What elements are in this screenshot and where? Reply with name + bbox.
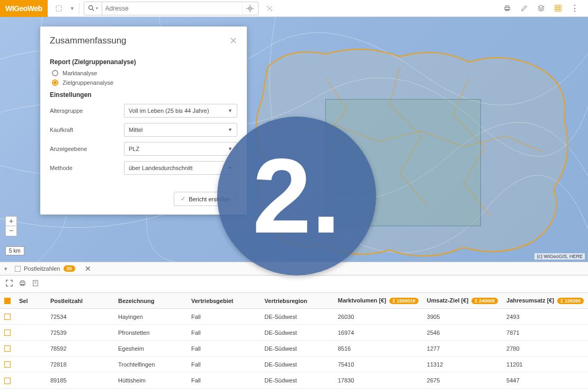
th-plz[interactable]: Postleitzahl <box>46 293 114 309</box>
altersgruppe-dropdown[interactable]: Voll im Leben (25 bis 44 Jahre)▼ <box>124 104 237 118</box>
edit-icon <box>520 4 528 12</box>
cell-marktvolumen: 75410 <box>334 357 423 372</box>
create-report-button[interactable]: ✓ Bericht erstellen <box>174 192 237 206</box>
radio-marktanalyse-label: Marktanalyse <box>63 70 97 76</box>
th-sel[interactable]: Sel <box>15 293 46 309</box>
radio-zielgruppenanalyse[interactable] <box>52 79 58 86</box>
locate-button[interactable] <box>242 2 258 15</box>
print-icon <box>19 279 26 287</box>
summary-panel: Zusammenfassung ✕ Report (Zielgruppenana… <box>40 26 247 215</box>
print-table-button[interactable] <box>19 279 26 289</box>
cell-vertriebsgebiet: Fall <box>187 372 260 388</box>
tab-checkbox[interactable] <box>15 266 21 272</box>
methode-dropdown[interactable]: über Landesdurchschnitt▼ <box>124 161 237 175</box>
layers-icon <box>537 4 545 12</box>
cell-umsatzziel: 11312 <box>423 357 502 372</box>
th-jahresumsatz[interactable]: Jahresumsatz [€] Σ 128260 <box>502 293 588 309</box>
collapse-tabs-button[interactable]: ▾ <box>4 265 7 272</box>
cell-jahresumsatz: 7871 <box>502 325 588 341</box>
radio-marktanalyse[interactable] <box>52 70 58 76</box>
row-checkbox[interactable] <box>4 361 11 368</box>
zoom-control: + − <box>5 216 17 236</box>
cell-umsatzziel: 2662 <box>423 388 502 392</box>
table-row[interactable]: 72539PfronstettenFallDE-Südwest169742546… <box>0 325 588 341</box>
tab-label: Postleitzahlen <box>24 265 60 272</box>
th-marktvolumen[interactable]: Marktvolumen [€] Σ 1500019 <box>334 293 423 309</box>
select-tool-button[interactable] <box>52 2 66 15</box>
row-checkbox[interactable] <box>4 329 11 336</box>
zoom-in-button[interactable]: + <box>6 217 16 226</box>
svg-rect-12 <box>555 5 560 11</box>
caret-icon: ▼ <box>228 127 233 132</box>
close-panel-button[interactable]: ✕ <box>229 35 237 47</box>
svg-line-2 <box>92 9 94 11</box>
cell-vertriebsregion: DE-Südwest <box>260 341 333 357</box>
cell-plz: 72534 <box>46 309 114 325</box>
search-icon <box>88 5 95 12</box>
th-umsatzziel[interactable]: Umsatz-Ziel [€] Σ 240005 <box>423 293 502 309</box>
cell-umsatzziel: 3905 <box>423 309 502 325</box>
kaufkraft-value: Mittel <box>129 127 142 133</box>
th-vertriebsgebiet[interactable]: Vertriebsgebiet <box>187 293 260 309</box>
anzeigeebene-dropdown[interactable]: PLZ▼ <box>124 142 237 156</box>
scale-bar: 5 km <box>5 246 24 255</box>
svg-rect-18 <box>21 281 24 282</box>
print-icon <box>503 4 511 12</box>
tab-postleitzahlen[interactable]: Postleitzahlen 20 <box>12 262 78 275</box>
cell-bezeichnung: Pfronstetten <box>114 325 187 341</box>
map-selection-rect <box>325 99 481 226</box>
methode-label: Methode <box>50 165 124 171</box>
cell-vertriebsregion: DE-Südwest <box>260 357 333 372</box>
cell-marktvolumen: 16974 <box>334 325 423 341</box>
kaufkraft-dropdown[interactable]: Mittel▼ <box>124 123 237 137</box>
edit-button[interactable] <box>517 2 531 15</box>
select-all-checkbox[interactable] <box>4 298 11 304</box>
cell-marktvolumen: 17744 <box>334 388 423 392</box>
kaufkraft-label: Kaufkraft <box>50 127 124 133</box>
cell-bezeichnung: Trochtelfingen <box>114 357 187 372</box>
th-vertriebsregion[interactable]: Vertriebsregion <box>260 293 333 309</box>
export-table-button[interactable] <box>32 279 39 289</box>
clear-selection-button[interactable] <box>263 2 277 15</box>
print-button[interactable] <box>500 2 514 15</box>
search-input[interactable] <box>102 5 242 12</box>
dropdown-caret-icon[interactable]: ▼ <box>70 6 75 11</box>
app-logo: WIGeoWeb <box>0 0 48 17</box>
report-heading: Report (Zielgruppenanalyse) <box>50 58 237 66</box>
table-row[interactable]: 78592EgesheimFallDE-Südwest851612772780 <box>0 341 588 357</box>
cell-jahresumsatz: 11201 <box>502 357 588 372</box>
cell-plz: 72818 <box>46 357 114 372</box>
table-scroll[interactable]: Sel Postleitzahl Bezeichnung Vertriebsge… <box>0 292 588 392</box>
table-header-row: Sel Postleitzahl Bezeichnung Vertriebsge… <box>0 293 588 309</box>
sum-pill-marktvolumen: Σ 1500019 <box>389 298 418 304</box>
cell-vertriebsgebiet: Fall <box>187 325 260 341</box>
create-report-label: Bericht erstellen <box>189 196 230 202</box>
altersgruppe-label: Altersgruppe <box>50 108 124 114</box>
expand-table-button[interactable] <box>5 279 13 289</box>
cell-plz: 78592 <box>46 341 114 357</box>
cell-plz: 72417 <box>46 388 114 392</box>
table-view-button[interactable] <box>551 2 565 15</box>
anzeigeebene-label: Anzeigeebene <box>50 146 124 152</box>
close-tab-button[interactable]: ✕ <box>83 264 93 273</box>
cell-umsatzziel: 2546 <box>423 325 502 341</box>
cell-vertriebsregion: DE-Südwest <box>260 372 333 388</box>
row-checkbox[interactable] <box>4 378 11 384</box>
table-row[interactable]: 72417JungingenFallDE-Südwest177442662244… <box>0 388 588 392</box>
crosshair-icon <box>246 5 254 12</box>
cell-bezeichnung: Jungingen <box>114 388 187 392</box>
layers-button[interactable] <box>534 2 548 15</box>
row-checkbox[interactable] <box>4 314 11 320</box>
zoom-out-button[interactable]: − <box>6 226 16 236</box>
table-row[interactable]: 72818TrochtelfingenFallDE-Südwest7541011… <box>0 357 588 372</box>
caret-icon: ▼ <box>228 165 233 171</box>
cell-vertriebsgebiet: Fall <box>187 388 260 392</box>
th-bezeichnung[interactable]: Bezeichnung <box>114 293 187 309</box>
more-menu-button[interactable]: ⋮ <box>568 2 582 15</box>
search-button[interactable]: ▾ <box>84 2 102 15</box>
row-checkbox[interactable] <box>4 345 11 352</box>
altersgruppe-value: Voll im Leben (25 bis 44 Jahre) <box>129 108 209 114</box>
table-row[interactable]: 89185HüttisheimFallDE-Südwest17830267554… <box>0 372 588 388</box>
table-row[interactable]: 72534HayingenFallDE-Südwest2603039052493 <box>0 309 588 325</box>
svg-point-1 <box>88 6 92 10</box>
